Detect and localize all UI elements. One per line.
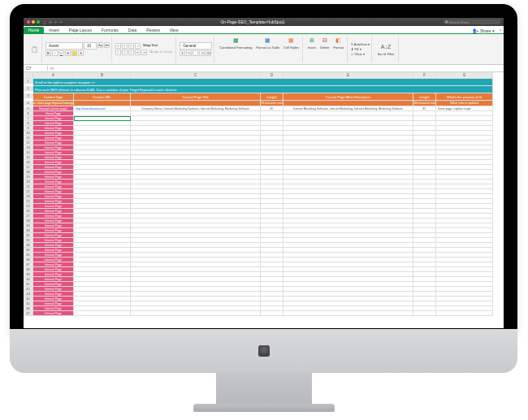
window-titlebar: ▢ ☐ ↶ ↷ On-Page-SEO_Template-HubSpot1 🔍 … — [24, 18, 504, 26]
tab-insert[interactable]: Insert — [44, 27, 64, 33]
percent-icon[interactable]: % — [186, 50, 192, 56]
conditional-formatting-button[interactable]: ▦Conditional Formatting — [218, 36, 253, 63]
header-title: Current Page Title — [131, 93, 261, 101]
minimize-icon[interactable] — [32, 20, 35, 24]
format-cells-button[interactable]: ◧Format — [332, 36, 346, 63]
tab-review[interactable]: Review — [141, 27, 164, 33]
ribbon-toolbar: 📋 Avenir 10 A▴ A▾ B I U ⊞ ◇ A — [24, 34, 504, 65]
paste-button[interactable]: 📋 — [28, 45, 40, 54]
row-header[interactable]: 3 — [24, 93, 33, 98]
orientation-icon[interactable]: ↗ — [135, 43, 141, 49]
align-bot-icon[interactable]: ≡ — [128, 43, 134, 49]
row-header[interactable]: 1 — [24, 79, 33, 84]
column-header[interactable]: B — [74, 72, 131, 79]
subheader — [74, 101, 131, 106]
sort-filter-button[interactable]: A↓ZSort & Filter — [375, 42, 396, 57]
tab-home[interactable]: Home — [24, 27, 44, 33]
align-center-icon[interactable]: ≡ — [122, 50, 128, 55]
tab-formulas[interactable]: Formulas — [97, 27, 123, 33]
clear-button[interactable]: ◇ Clear ▾ — [351, 52, 365, 56]
align-mid-icon[interactable]: ≡ — [122, 43, 128, 49]
comma-icon[interactable]: , — [193, 50, 198, 56]
fill-button[interactable]: ⬇ Fill ▾ — [351, 47, 361, 51]
header-purpose: What's the purpose of th — [436, 93, 493, 101]
merge-button[interactable]: Merge & Center — [148, 50, 174, 55]
close-icon[interactable] — [27, 20, 30, 24]
fx-label: fx — [48, 66, 56, 71]
tab-data[interactable]: Data — [123, 27, 142, 33]
tab-page-layout[interactable]: Page Layout — [64, 27, 97, 33]
cell[interactable] — [261, 311, 283, 316]
column-header[interactable]: F — [413, 72, 436, 79]
number-format-select[interactable]: General — [180, 42, 212, 50]
row-header[interactable]: 4 — [24, 101, 33, 106]
row-header[interactable]: 47 — [24, 311, 33, 316]
align-left-icon[interactable]: ≡ — [115, 50, 121, 55]
banner-scroll: Scroll to the right to complete template… — [33, 79, 493, 86]
insert-cells-button[interactable]: ⊞Insert — [306, 36, 318, 63]
subheader: on which page Keyword belongs — [33, 101, 74, 106]
border-button[interactable]: ⊞ — [65, 50, 71, 56]
ribbon-tabs: Home Insert Page Layout Formulas Data Re… — [24, 26, 504, 34]
apple-logo-icon — [258, 345, 270, 357]
font-size-input[interactable]: 10 — [84, 42, 97, 50]
delete-cells-button[interactable]: ⊟Delete — [318, 36, 331, 63]
column-header[interactable] — [24, 72, 33, 79]
zoom-icon[interactable] — [37, 20, 40, 24]
search-input[interactable]: 🔍 Search Sheet — [444, 19, 500, 24]
subheader: 100 character max — [413, 101, 436, 106]
column-header[interactable]: D — [261, 72, 283, 79]
indent-dec-icon[interactable]: ⇤ — [135, 50, 141, 55]
header-length1: Length — [261, 93, 283, 101]
dec-decimal-icon[interactable]: .00 — [206, 50, 211, 56]
font-name-input[interactable]: Avenir — [45, 42, 83, 50]
cell-reference-box[interactable]: C7 — [24, 66, 48, 71]
cell[interactable] — [283, 311, 413, 316]
row-header[interactable]: 2 — [24, 86, 33, 91]
align-top-icon[interactable]: ≡ — [115, 43, 121, 49]
cell[interactable] — [131, 311, 261, 316]
bold-button[interactable]: B — [45, 50, 51, 56]
save-icon[interactable]: ▢ — [43, 20, 46, 24]
ribbon-toggle-icon[interactable]: ^ — [497, 28, 504, 33]
cell[interactable] — [436, 311, 493, 316]
wrap-text-button[interactable]: Wrap Text — [141, 43, 159, 49]
spreadsheet-grid[interactable]: ABCDEFG1Scroll to the right to complete … — [24, 72, 504, 328]
font-color-button[interactable]: A — [78, 50, 84, 56]
column-header[interactable]: A — [33, 72, 74, 79]
formula-bar: C7 fx — [24, 65, 504, 72]
column-header[interactable]: C — [131, 72, 261, 79]
subheader: 70 character max — [261, 101, 283, 106]
header-url: Current URL — [74, 93, 131, 101]
column-header[interactable]: G — [436, 72, 493, 79]
italic-button[interactable]: I — [52, 50, 58, 56]
autosum-button[interactable]: Σ AutoSum ▾ — [351, 42, 370, 46]
banner-instructions: Plan each SEO element in columns B-AE. U… — [33, 86, 493, 93]
decrease-font-icon[interactable]: A▾ — [104, 42, 110, 48]
share-button[interactable]: 👤+ Share ▾ — [472, 28, 495, 33]
format-table-button[interactable]: ▦Format as Table — [254, 36, 281, 63]
print-icon[interactable]: ☐ — [49, 20, 52, 24]
tab-view[interactable]: View — [165, 27, 184, 33]
undo-icon[interactable]: ↶ — [54, 20, 57, 24]
inc-decimal-icon[interactable]: .0 — [199, 50, 205, 56]
header-length2: Length — [413, 93, 436, 101]
cell[interactable] — [413, 311, 436, 316]
cell[interactable] — [74, 311, 131, 316]
increase-font-icon[interactable]: A▴ — [97, 42, 103, 48]
align-right-icon[interactable]: ≡ — [128, 50, 134, 55]
column-header[interactable]: E — [283, 72, 413, 79]
window-title: On-Page-SEO_Template-HubSpot1 — [62, 19, 444, 24]
imac-stand — [216, 373, 312, 405]
fill-color-button[interactable]: ◇ — [71, 50, 77, 56]
imac-chin — [10, 329, 517, 373]
underline-button[interactable]: U — [58, 50, 64, 56]
cell-styles-button[interactable]: ▦Cell Styles — [282, 36, 301, 63]
row-type: Internal Page — [33, 311, 74, 316]
currency-icon[interactable]: $ — [180, 50, 185, 56]
imac-foot — [193, 404, 335, 412]
subheader — [131, 101, 261, 106]
subheader — [283, 101, 413, 106]
indent-inc-icon[interactable]: ⇥ — [141, 50, 147, 55]
subheader: Either new or updated — [436, 101, 493, 106]
